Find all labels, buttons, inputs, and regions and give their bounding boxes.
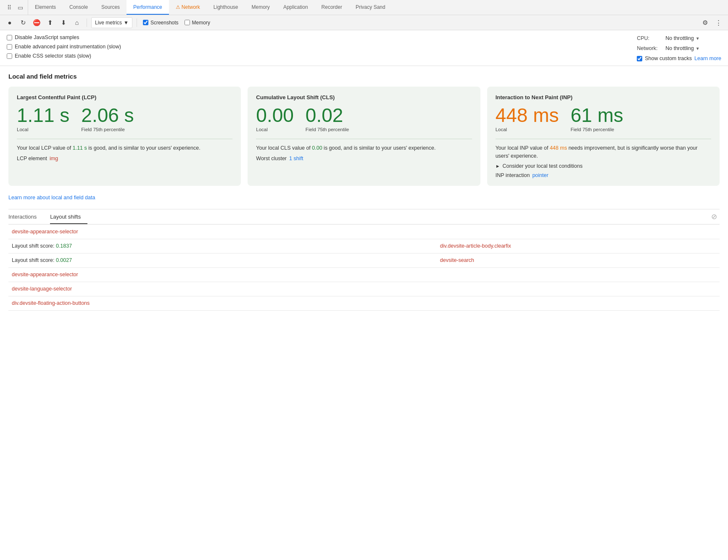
table-row: Layout shift score: 0.0027 devsite-searc… — [8, 253, 720, 267]
stop-button[interactable]: ⛔ — [31, 17, 42, 28]
worst-cluster-link[interactable]: 1 shift — [289, 156, 303, 161]
show-tracks-checkbox[interactable] — [637, 56, 642, 61]
inp-title: Interaction to Next Paint (INP) — [496, 94, 711, 100]
shift-element-link[interactable]: div.devsite-article-body.clearfix — [440, 243, 511, 249]
show-tracks-row: Show custom tracks Learn more — [637, 55, 721, 61]
shift-element-link[interactable]: div.devsite-floating-action-buttons — [12, 300, 90, 306]
lcp-element-link[interactable]: img — [50, 156, 58, 161]
toolbar-divider-1 — [87, 18, 87, 27]
cls-highlight: 0.00 — [312, 145, 322, 151]
download-button[interactable]: ⬇ — [58, 17, 69, 28]
screenshots-checkbox-label[interactable]: Screenshots — [141, 20, 180, 26]
inp-interaction-link[interactable]: pointer — [532, 172, 548, 178]
consider-label: Consider your local test conditions — [503, 163, 583, 169]
cpu-row: CPU: No throttling ▼ — [637, 35, 721, 41]
inp-card: Interaction to Next Paint (INP) 448 ms L… — [487, 87, 720, 186]
inp-interaction-row: INP interaction pointer — [496, 172, 711, 178]
worst-cluster-label: Worst cluster — [256, 156, 287, 161]
tab-layout-shifts[interactable]: Layout shifts — [50, 209, 87, 224]
refresh-button[interactable]: ↻ — [18, 17, 29, 28]
cls-field-block: 0.02 Field 75th percentile — [306, 106, 349, 133]
tab-network[interactable]: ⚠ Network — [169, 0, 207, 15]
lcp-local-value: 1.11 s — [17, 106, 69, 125]
disable-js-checkbox[interactable] — [7, 35, 12, 40]
tab-privacy[interactable]: Privacy Sand — [349, 0, 392, 15]
inp-field-block: 61 ms Field 75th percentile — [571, 106, 623, 133]
shift-score-value: 0.1837 — [56, 243, 72, 249]
lcp-title: Largest Contentful Paint (LCP) — [17, 94, 232, 100]
screenshots-checkbox[interactable] — [143, 20, 148, 25]
settings-button[interactable]: ⚙ — [699, 17, 710, 28]
lcp-field-block: 2.06 s Field 75th percentile — [81, 106, 134, 133]
lcp-field-value: 2.06 s — [81, 106, 134, 125]
tab-console[interactable]: Console — [63, 0, 95, 15]
home-button[interactable]: ⌂ — [71, 17, 82, 28]
learn-more-tracks-link[interactable]: Learn more — [694, 55, 721, 61]
worst-cluster-row: Worst cluster 1 shift — [256, 156, 472, 161]
network-throttle-select[interactable]: No throttling ▼ — [665, 45, 699, 51]
shift-element-link[interactable]: devsite-search — [440, 257, 474, 263]
shift-element-link[interactable]: devsite-appearance-selector — [12, 229, 78, 235]
shift-score-value: 0.0027 — [56, 257, 72, 263]
lcp-card: Largest Contentful Paint (LCP) 1.11 s Lo… — [8, 87, 241, 186]
tab-disabled-icon: ⊘ — [709, 211, 720, 222]
cls-local-block: 0.00 Local — [256, 106, 294, 133]
record-button[interactable]: ● — [4, 17, 15, 28]
tab-recorder[interactable]: Recorder — [315, 0, 349, 15]
table-row: devsite-appearance-selector — [8, 267, 720, 282]
shift-element-cell: div.devsite-article-body.clearfix — [437, 239, 720, 253]
network-row: Network: No throttling ▼ — [637, 45, 721, 51]
tab-elements[interactable]: Elements — [28, 0, 63, 15]
inp-values: 448 ms Local 61 ms Field 75th percentile — [496, 106, 711, 133]
inp-field-label: Field 75th percentile — [571, 127, 623, 133]
enable-paint-option[interactable]: Enable advanced paint instrumentation (s… — [7, 44, 121, 50]
section-title: Local and field metrics — [8, 73, 720, 80]
devtools-device-icon[interactable]: ▭ — [15, 3, 25, 13]
layout-shifts-table: devsite-appearance-selector Layout shift… — [8, 225, 720, 311]
chevron-down-icon: ▼ — [124, 20, 129, 26]
tab-interactions[interactable]: Interactions — [8, 209, 43, 224]
shift-element-cell: devsite-appearance-selector — [8, 225, 437, 239]
options-left: Disable JavaScript samples Enable advanc… — [7, 34, 121, 59]
devtools-menu-icon[interactable]: ⠿ — [4, 3, 14, 13]
inp-local-block: 448 ms Local — [496, 106, 559, 133]
tab-lighthouse[interactable]: Lighthouse — [207, 0, 245, 15]
shift-element-cell: div.devsite-floating-action-buttons — [8, 296, 437, 310]
shift-element-link[interactable]: devsite-language-selector — [12, 286, 72, 292]
table-row: Layout shift score: 0.1837 div.devsite-a… — [8, 239, 720, 253]
inp-local-value: 448 ms — [496, 106, 559, 125]
shift-score-cell: Layout shift score: 0.0027 — [8, 253, 437, 267]
enable-paint-checkbox[interactable] — [7, 44, 12, 50]
toolbar-divider-2 — [137, 18, 137, 27]
more-button[interactable]: ⋮ — [713, 17, 724, 28]
lcp-local-block: 1.11 s Local — [17, 106, 69, 133]
cls-field-label: Field 75th percentile — [306, 127, 349, 133]
tabs-header: Interactions Layout shifts ⊘ — [8, 209, 720, 225]
upload-button[interactable]: ⬆ — [45, 17, 55, 28]
shift-element-cell: devsite-language-selector — [8, 282, 437, 296]
tab-memory[interactable]: Memory — [245, 0, 277, 15]
enable-css-option[interactable]: Enable CSS selector stats (slow) — [7, 53, 121, 59]
cls-local-value: 0.00 — [256, 106, 294, 125]
tab-performance[interactable]: Performance — [127, 0, 169, 15]
live-metrics-select[interactable]: Live metrics ▼ — [91, 17, 132, 28]
shift-element-link[interactable]: devsite-appearance-selector — [12, 272, 78, 277]
memory-checkbox[interactable] — [185, 20, 190, 25]
learn-more-field-link[interactable]: Learn more about local and field data — [8, 195, 95, 201]
cpu-throttle-select[interactable]: No throttling ▼ — [665, 35, 699, 41]
lcp-highlight: 1.11 s — [73, 145, 87, 151]
memory-checkbox-label[interactable]: Memory — [183, 20, 212, 26]
lcp-element-label: LCP element — [17, 156, 47, 161]
section-tabs: Interactions Layout shifts ⊘ devsite-app… — [8, 209, 720, 311]
table-row: div.devsite-floating-action-buttons — [8, 296, 720, 310]
consider-row[interactable]: ► Consider your local test conditions — [496, 163, 711, 169]
disable-js-option[interactable]: Disable JavaScript samples — [7, 34, 121, 40]
metrics-cards: Largest Contentful Paint (LCP) 1.11 s Lo… — [8, 87, 720, 186]
cls-card: Cumulative Layout Shift (CLS) 0.00 Local… — [248, 87, 480, 186]
enable-css-checkbox[interactable] — [7, 53, 12, 59]
inp-divider — [496, 139, 711, 139]
tab-application[interactable]: Application — [277, 0, 315, 15]
consider-arrow-icon: ► — [496, 164, 500, 169]
lcp-element-row: LCP element img — [17, 156, 232, 161]
tab-sources[interactable]: Sources — [95, 0, 127, 15]
